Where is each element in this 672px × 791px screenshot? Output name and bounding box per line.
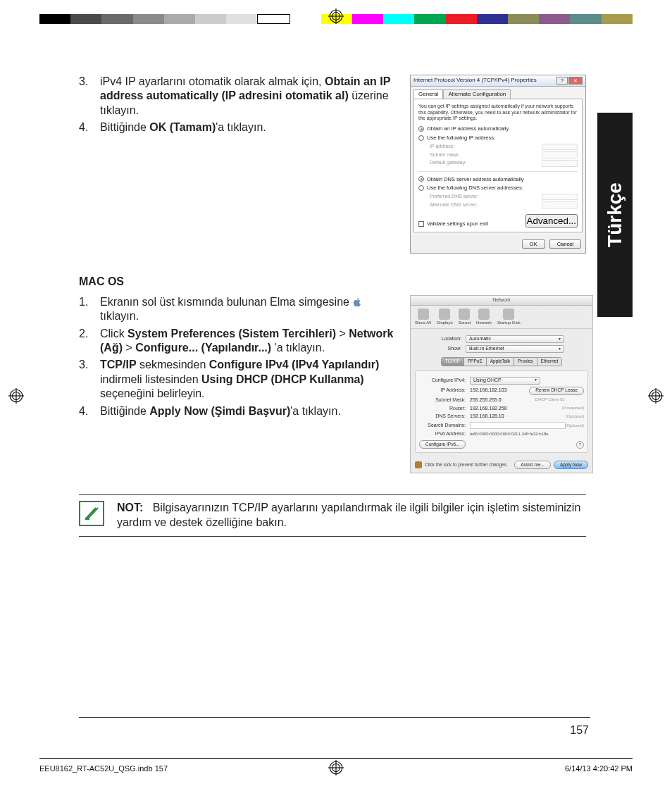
tab-general[interactable]: General xyxy=(413,89,443,99)
note-text: NOT: Bilgisayarınızın TCP/IP ayarlarını … xyxy=(117,501,586,530)
dialog-titlebar: Internet Protocol Version 4 (TCP/IPv4) P… xyxy=(411,75,585,87)
assist-button[interactable]: Assist me... xyxy=(514,461,551,469)
step-text: Click System Preferences (Sistem Tercihl… xyxy=(100,327,402,356)
displays-icon xyxy=(439,309,450,320)
location-select[interactable]: Automatic xyxy=(466,335,564,343)
mac-tabs: TCP/IP PPPoE AppleTalk Proxies Ethernet xyxy=(441,357,562,366)
field-ip-address: IP address:... xyxy=(430,144,578,151)
tab-alternate[interactable]: Alternate Configuration xyxy=(443,89,511,99)
mac-toolbar: Show All Displays Sound Network Startup … xyxy=(411,306,592,330)
registration-mark-icon xyxy=(8,388,24,404)
imprint-file: EEU8162_RT-AC52U_QSG.indb 157 xyxy=(39,764,168,773)
step-number: 2. xyxy=(79,327,100,356)
radio-icon xyxy=(418,185,424,191)
radio-obtain-ip[interactable]: Obtain an IP address automatically xyxy=(418,125,578,132)
help-button[interactable]: ? xyxy=(576,441,584,449)
configure-select[interactable]: Using DHCP xyxy=(470,377,540,385)
toolbar-item[interactable]: Startup Disk xyxy=(497,309,521,326)
router-label: Router: xyxy=(419,406,470,412)
dns-value: 192.168.128.10 xyxy=(470,413,566,420)
imprint-datetime: 6/14/13 4:20:42 PM xyxy=(565,764,633,773)
step-item: 4. Bittiğinde Apply Now (Şimdi Başvur)'a… xyxy=(79,404,402,418)
step-text: TCP/IP sekmesinden Configure IPv4 (IPv4 … xyxy=(100,358,402,401)
macos-heading: MAC OS xyxy=(79,275,586,289)
field-pref-dns: Preferred DNS server:... xyxy=(430,194,578,201)
step-number: 1. xyxy=(79,295,100,324)
cancel-button[interactable]: Cancel xyxy=(549,239,581,249)
language-tab: Türkçe xyxy=(597,113,633,317)
step-text: Bittiğinde OK (Tamam)'a tıklayın. xyxy=(100,120,402,135)
close-button[interactable]: ✕ xyxy=(568,77,583,85)
tab-pppoe[interactable]: PPPoE xyxy=(464,358,487,365)
imprint-row: EEU8162_RT-AC52U_QSG.indb 157 6/14/13 4:… xyxy=(39,764,633,773)
help-button[interactable]: ? xyxy=(556,77,568,85)
ipv6-label: IPv6 Address: xyxy=(419,431,470,437)
toolbar-item[interactable]: Displays xyxy=(437,309,453,326)
configure-label: Configure IPv4: xyxy=(419,378,470,384)
step-text: Bittiğinde Apply Now (Şimdi Başvur)'a tı… xyxy=(100,404,402,418)
registration-mark-icon xyxy=(328,8,344,24)
step-number: 3. xyxy=(79,75,100,118)
step-item: 3. TCP/IP sekmesinden Configure IPv4 (IP… xyxy=(79,358,402,401)
step-number: 4. xyxy=(79,120,100,135)
field-gateway: Default gateway:... xyxy=(430,160,578,167)
windows-section: 3. iPv4 IP ayarlarını otomatik olarak al… xyxy=(79,75,586,254)
optional-hint: (Optional) xyxy=(566,423,584,429)
step-item: 1. Ekranın sol üst kısmında bulunan Elma… xyxy=(79,295,402,324)
language-tab-label: Türkçe xyxy=(604,182,626,247)
field-alt-dns: Alternate DNS server:... xyxy=(430,201,578,208)
radio-icon xyxy=(418,126,424,132)
apple-icon xyxy=(352,297,362,306)
dialog-title: Internet Protocol Version 4 (TCP/IPv4) P… xyxy=(413,77,537,84)
ipv4-properties-dialog: Internet Protocol Version 4 (TCP/IPv4) P… xyxy=(410,75,586,254)
sound-icon xyxy=(459,309,470,320)
router-value: 192.168.182.250 xyxy=(470,406,562,412)
step-number: 4. xyxy=(79,404,100,418)
macos-section: 1. Ekranın sol üst kısmında bulunan Elma… xyxy=(79,295,586,474)
bottom-crop-rule xyxy=(39,758,633,759)
subnet-label: Subnet Mask: xyxy=(419,397,470,404)
startup-icon xyxy=(503,309,514,320)
toolbar-item[interactable]: Network xyxy=(476,309,492,326)
ipv6-value: fe80:0000:0000:0000:0211:24ff:fe32:b18e xyxy=(470,432,584,437)
location-label: Location: xyxy=(415,336,466,342)
mac-window-title: Network xyxy=(411,296,592,306)
network-icon xyxy=(478,309,490,320)
show-label: Show: xyxy=(415,346,466,352)
lock-icon xyxy=(415,461,422,468)
page-footer-rule xyxy=(79,717,590,718)
page-content: 3. iPv4 IP ayarlarını otomatik olarak al… xyxy=(79,75,586,537)
tab-appletalk[interactable]: AppleTalk xyxy=(487,358,514,365)
toolbar-item[interactable]: Show All xyxy=(415,309,431,326)
step-item: 4. Bittiğinde OK (Tamam)'a tıklayın. xyxy=(79,120,402,135)
checkbox-validate[interactable]: Validate settings upon exit xyxy=(418,220,488,228)
apply-now-button[interactable]: Apply Now xyxy=(554,461,588,469)
advanced-button[interactable]: Advanced... xyxy=(525,214,578,228)
radio-icon xyxy=(418,135,424,141)
client-label: DHCP Client ID: xyxy=(535,397,584,403)
radio-use-ip[interactable]: Use the following IP address: xyxy=(418,135,578,142)
tab-ethernet[interactable]: Ethernet xyxy=(537,358,562,365)
renew-dhcp-button[interactable]: Renew DHCP Lease xyxy=(529,387,584,395)
configure-ipv6-button[interactable]: Configure IPv6... xyxy=(419,440,466,449)
tab-tcpip[interactable]: TCP/IP xyxy=(442,358,464,365)
step-item: 2. Click System Preferences (Sistem Terc… xyxy=(79,327,402,356)
page-number: 157 xyxy=(570,724,589,737)
lock-row[interactable]: Click the lock to prevent further change… xyxy=(415,461,508,468)
tab-proxies[interactable]: Proxies xyxy=(514,358,537,365)
radio-use-dns[interactable]: Use the following DNS server addresses: xyxy=(418,185,578,192)
optional-hint: (Optional) xyxy=(566,414,584,420)
search-value[interactable] xyxy=(470,422,566,429)
toolbar-item[interactable]: Sound xyxy=(459,309,471,326)
mac-network-dialog: Network Show All Displays Sound Network … xyxy=(410,295,593,474)
search-label: Search Domains: xyxy=(419,423,470,429)
showall-icon xyxy=(418,309,429,320)
note-icon xyxy=(79,501,104,526)
ok-button[interactable]: OK xyxy=(522,239,545,249)
checkbox-icon xyxy=(418,221,424,227)
show-select[interactable]: Built-in Ethernet xyxy=(466,345,564,353)
step-number: 3. xyxy=(79,358,100,401)
dialog-description: You can get IP settings assigned automat… xyxy=(418,104,578,121)
radio-obtain-dns[interactable]: Obtain DNS server address automatically xyxy=(418,176,578,183)
step-text: Ekranın sol üst kısmında bulunan Elma si… xyxy=(100,295,402,324)
